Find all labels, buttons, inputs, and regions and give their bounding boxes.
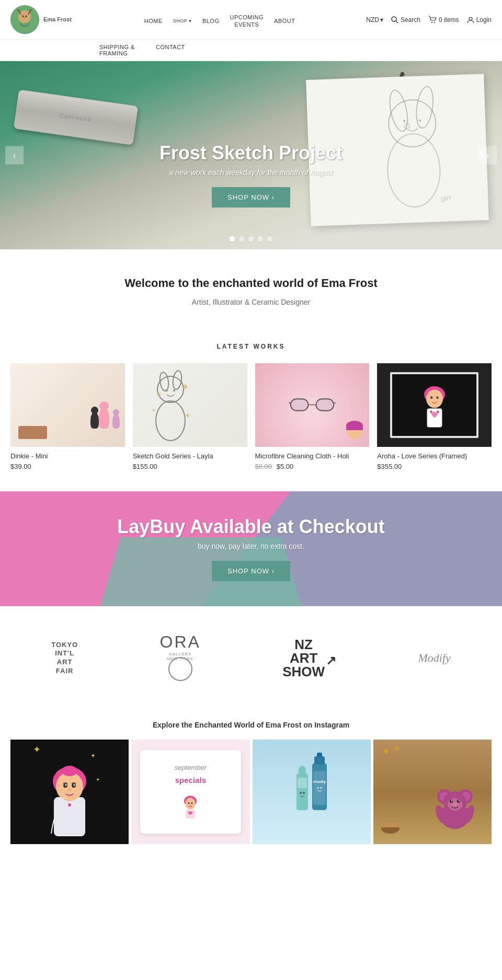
svg-point-63 xyxy=(303,792,305,794)
svg-text:✦: ✦ xyxy=(33,744,41,755)
partner-ora[interactable]: ORA GALLERY NEW YORK xyxy=(160,632,201,684)
hero-slider: Curroonk girl Fro xyxy=(0,61,502,249)
svg-point-53 xyxy=(74,784,75,786)
slider-next-button[interactable]: › xyxy=(478,146,497,165)
black-fig xyxy=(90,412,99,429)
svg-point-9 xyxy=(434,22,435,23)
product-card-1[interactable]: Dinkie - Mini $39.00 xyxy=(10,363,125,470)
product-image-2 xyxy=(133,363,247,447)
product-card-3[interactable]: ONSALE Micro xyxy=(255,363,370,470)
slider-dot-5[interactable] xyxy=(267,236,272,241)
slider-prev-button[interactable]: ‹ xyxy=(5,146,24,165)
currency-arrow: ▾ xyxy=(380,16,383,24)
slider-dots xyxy=(230,236,272,241)
svg-point-19 xyxy=(157,376,184,402)
svg-rect-29 xyxy=(291,399,309,411)
svg-point-25 xyxy=(157,393,161,396)
slider-dot-2[interactable] xyxy=(239,236,244,241)
svg-point-5 xyxy=(23,17,26,19)
latest-works-title: LATEST WORKS xyxy=(10,343,492,350)
svg-point-56 xyxy=(62,766,77,776)
insta-girl-2 xyxy=(175,789,206,820)
svg-point-52 xyxy=(65,784,67,786)
pencil-case: Curroonk xyxy=(14,89,138,145)
svg-point-77 xyxy=(451,800,452,801)
nav-bottom: SHIPPING &FRAMING CONTACT xyxy=(0,40,502,61)
partners-section: TOKYOINT'LARTFAIR ORA GALLERY NEW YORK N… xyxy=(0,606,502,710)
slider-dot-4[interactable] xyxy=(258,236,263,241)
sketch-illustration xyxy=(133,363,209,444)
partner-modify[interactable]: Modify xyxy=(418,651,450,665)
welcome-subtitle: Artist, Illustrator & Ceramic Designer xyxy=(10,298,492,306)
logo-svg xyxy=(10,5,39,34)
cart-icon xyxy=(428,16,437,24)
svg-point-28 xyxy=(186,414,189,417)
svg-point-20 xyxy=(158,372,169,391)
hero-content: Frost Sketch Project a new work each wee… xyxy=(159,142,343,207)
nav-blog[interactable]: BLOG xyxy=(202,18,220,24)
search-icon xyxy=(391,16,398,24)
svg-point-3 xyxy=(22,16,24,17)
partner-tokyo[interactable]: TOKYOINT'LARTFAIR xyxy=(51,641,78,676)
svg-point-41 xyxy=(430,410,432,413)
hero-subtitle: a new work each weekday for the month of… xyxy=(159,168,343,177)
nav-shop[interactable]: SHOP ▾ xyxy=(173,18,192,24)
svg-point-35 xyxy=(426,389,443,408)
nav-about[interactable]: ABOUT xyxy=(274,18,295,24)
product-name-4: Aroha - Love Series (Framed) xyxy=(377,452,492,460)
product-card-2[interactable]: Sketch Gold Series - Layla $155.00 xyxy=(133,363,247,470)
svg-point-37 xyxy=(436,396,439,399)
svg-text:✦: ✦ xyxy=(96,777,100,782)
slider-dot-3[interactable] xyxy=(248,236,254,241)
instagram-image-3[interactable]: chunky xyxy=(253,740,371,844)
svg-point-66 xyxy=(317,788,318,788)
product-price-4: $355.00 xyxy=(377,463,492,470)
svg-point-10 xyxy=(469,17,472,20)
svg-point-43 xyxy=(169,658,192,681)
cart-link[interactable]: 0 items xyxy=(428,16,459,24)
svg-point-27 xyxy=(152,409,155,411)
product-name-3: Microfibre Cleaning Cloth - Holi xyxy=(255,452,370,460)
wood-shelf xyxy=(18,426,47,439)
logo[interactable]: Ema Frost xyxy=(10,5,73,34)
slider-dot-1[interactable] xyxy=(230,236,235,241)
svg-point-26 xyxy=(183,385,187,389)
svg-point-12 xyxy=(386,89,410,133)
svg-point-62 xyxy=(300,792,302,794)
product-image-1 xyxy=(10,363,125,447)
svg-point-78 xyxy=(459,800,460,801)
instagram-image-2[interactable]: september specials xyxy=(131,740,249,844)
svg-point-21 xyxy=(172,370,182,390)
login-link[interactable]: Login xyxy=(467,16,492,24)
svg-text:✦: ✦ xyxy=(90,752,96,759)
svg-point-8 xyxy=(431,22,432,23)
instagram-image-4[interactable]: ✦ ✦ xyxy=(373,740,492,844)
hero-cta-button[interactable]: SHOP NOW › xyxy=(212,187,290,207)
framed-art xyxy=(390,372,478,438)
purple-fig xyxy=(112,414,120,429)
nav-contact[interactable]: CONTACT xyxy=(156,44,185,56)
welcome-section: Welcome to the enchanted world of Ema Fr… xyxy=(0,249,502,322)
svg-rect-40 xyxy=(427,408,442,427)
nav-upcoming-events[interactable]: UPCOMINGEVENTS xyxy=(230,14,264,29)
search-link[interactable]: Search xyxy=(391,16,420,24)
svg-point-16 xyxy=(403,120,405,122)
product-card-4[interactable]: Aroha - Love Series (Framed) $355.00 xyxy=(377,363,492,470)
products-grid: Dinkie - Mini $39.00 xyxy=(10,363,492,470)
svg-point-38 xyxy=(431,397,432,398)
svg-point-60 xyxy=(191,802,193,804)
product-price-1: $39.00 xyxy=(10,463,125,470)
user-icon xyxy=(467,16,474,24)
nav-shipping[interactable]: SHIPPING &FRAMING xyxy=(99,44,135,56)
partner-nz-art-show[interactable]: NZARTSHOW ↗ xyxy=(282,638,336,678)
instagram-image-1[interactable]: ✦ ✦ ✦ xyxy=(10,740,129,844)
svg-point-75 xyxy=(450,800,453,803)
svg-point-59 xyxy=(188,802,190,804)
currency-selector[interactable]: NZD ▾ xyxy=(366,16,383,24)
laybuy-cta-button[interactable]: SHOP NOW › xyxy=(212,561,290,581)
svg-point-17 xyxy=(419,119,421,121)
svg-point-24 xyxy=(156,401,185,441)
svg-point-22 xyxy=(166,389,168,391)
svg-point-15 xyxy=(386,133,441,207)
nav-home[interactable]: HOME xyxy=(144,18,163,24)
